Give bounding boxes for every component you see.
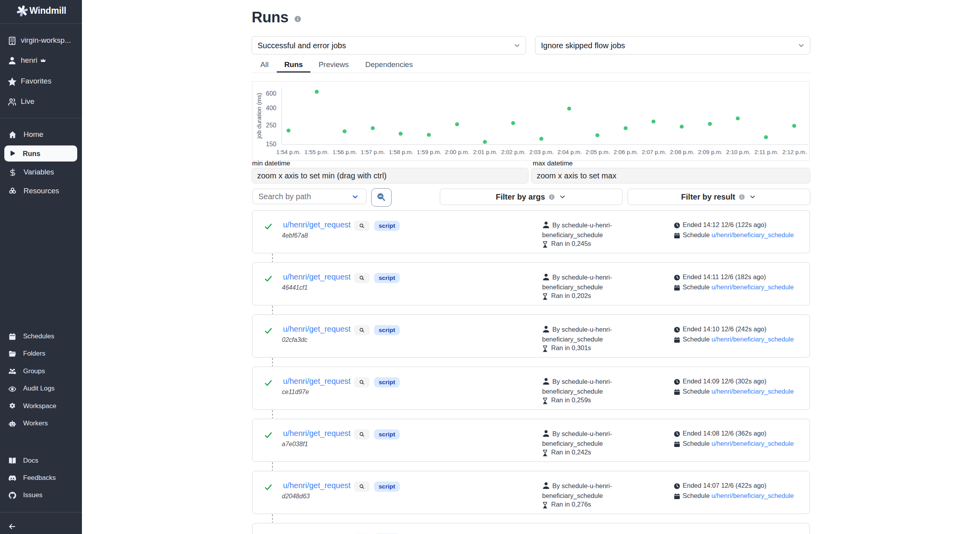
svg-text:2:12 p.m.: 2:12 p.m.	[782, 149, 807, 155]
svg-text:1:56 p.m.: 1:56 p.m.	[332, 149, 357, 155]
svg-text:2:03 p.m.: 2:03 p.m.	[529, 149, 554, 155]
svg-text:2:10 p.m.: 2:10 p.m.	[726, 149, 751, 155]
svg-text:2:07 p.m.: 2:07 p.m.	[642, 149, 666, 155]
svg-text:2:04 p.m.: 2:04 p.m.	[557, 149, 582, 155]
svg-text:2:09 p.m.: 2:09 p.m.	[698, 149, 723, 155]
svg-text:2:02 p.m.: 2:02 p.m.	[501, 149, 526, 155]
svg-text:2:05 p.m.: 2:05 p.m.	[586, 149, 610, 155]
svg-text:2:00 p.m.: 2:00 p.m.	[445, 149, 470, 155]
svg-text:2:08 p.m.: 2:08 p.m.	[670, 149, 695, 155]
svg-text:1:54 p.m.: 1:54 p.m.	[276, 149, 301, 155]
svg-text:1:57 p.m.: 1:57 p.m.	[361, 149, 385, 155]
svg-text:400: 400	[266, 105, 276, 111]
svg-text:1:58 p.m.: 1:58 p.m.	[389, 149, 414, 155]
svg-text:2:06 p.m.: 2:06 p.m.	[613, 149, 638, 155]
svg-text:2:11 p.m.: 2:11 p.m.	[754, 149, 778, 155]
svg-text:150: 150	[266, 141, 276, 147]
svg-text:2:01 p.m.: 2:01 p.m.	[473, 149, 498, 155]
svg-text:250: 250	[266, 122, 276, 129]
svg-text:600: 600	[266, 90, 276, 97]
svg-text:1:55 p.m.: 1:55 p.m.	[304, 149, 329, 155]
svg-text:job duration (ms): job duration (ms)	[256, 93, 262, 139]
svg-text:1:59 p.m.: 1:59 p.m.	[417, 149, 441, 155]
